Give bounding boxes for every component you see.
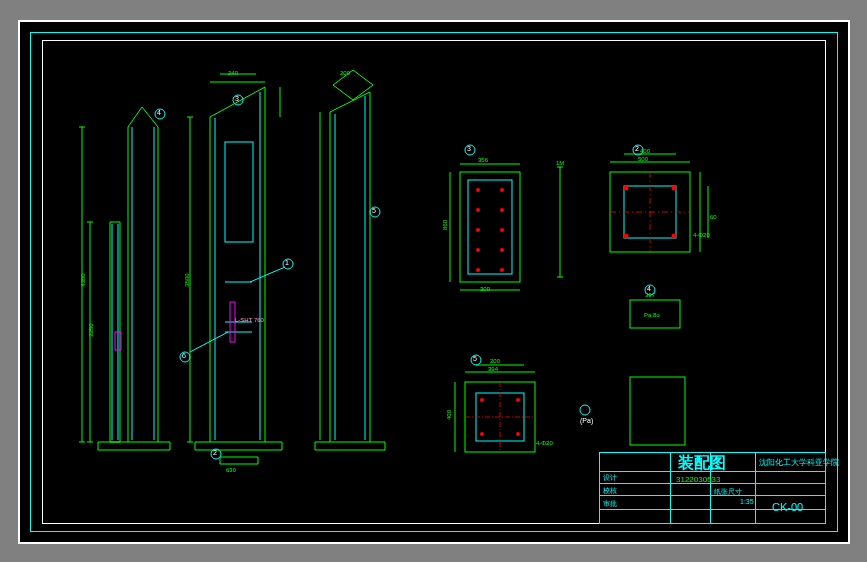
dim-p2-g: 60 <box>710 214 717 220</box>
elevation-2 <box>187 74 285 464</box>
approve-label: 审批 <box>603 499 617 509</box>
proportion-label: 纸张尺寸 <box>714 487 742 497</box>
svg-point-24 <box>516 398 520 402</box>
dim-p3-h: 860 <box>442 220 448 230</box>
dim-p2-note: 4-Φ20 <box>693 232 710 238</box>
dim-p5-note: 4-Φ20 <box>536 440 553 446</box>
dim-d-top: 200 <box>340 70 350 76</box>
detail-5-plate <box>455 365 535 452</box>
svg-point-25 <box>480 432 484 436</box>
callout-d5: 5 <box>473 355 477 362</box>
slot-label: L-SHT 760 <box>235 317 264 323</box>
callout-v5: 5 <box>372 207 376 214</box>
dim-h-main: 4300 <box>80 273 86 286</box>
svg-point-7 <box>500 208 504 212</box>
callout-v4: 4 <box>157 109 161 116</box>
dim-w-base: 630 <box>226 467 236 473</box>
svg-point-18 <box>624 234 629 239</box>
svg-rect-3 <box>468 180 512 274</box>
svg-rect-2 <box>460 172 520 282</box>
scale-bar <box>557 167 563 277</box>
dim-p5-h: 400 <box>446 410 452 420</box>
check-label: 校核 <box>603 486 617 496</box>
svg-point-38 <box>580 405 590 415</box>
svg-point-26 <box>516 432 520 436</box>
p6-tag: (Pa) <box>580 417 593 424</box>
svg-point-8 <box>476 228 480 232</box>
institution: 沈阳化工大学科亚学院 <box>759 457 839 468</box>
detail-6-plate <box>630 377 685 445</box>
svg-point-5 <box>500 188 504 192</box>
dim-p2-sp: 400 <box>640 148 650 154</box>
dim-p2-w: 500 <box>638 156 648 162</box>
callout-v6: 6 <box>182 352 186 359</box>
svg-point-4 <box>476 188 480 192</box>
dim-h-sub1: 2250 <box>88 323 94 336</box>
title-block: 装配图 沈阳化工大学科亚学院 3122030533 纸张尺寸 1:35 CK-0… <box>599 452 826 524</box>
callout-d4: 4 <box>647 285 651 292</box>
student-id: 3122030533 <box>676 475 721 484</box>
elevation-1 <box>79 107 170 450</box>
dim-p3-sp: 300 <box>480 286 490 292</box>
p4-note: Pa.8o <box>644 312 660 318</box>
cad-viewer[interactable]: 4300 2250 3500 630 240 200 356 860 300 5… <box>0 0 867 562</box>
svg-point-6 <box>476 208 480 212</box>
detail-3-plate <box>450 164 520 290</box>
svg-point-9 <box>500 228 504 232</box>
svg-point-13 <box>500 268 504 272</box>
svg-point-19 <box>672 234 677 239</box>
scale-marker: 1M <box>556 160 564 166</box>
svg-point-17 <box>672 186 677 191</box>
design-label: 设计 <box>603 473 617 483</box>
svg-point-23 <box>480 398 484 402</box>
svg-point-11 <box>500 248 504 252</box>
dim-p3-w: 356 <box>478 157 488 163</box>
dim-w-top: 240 <box>228 70 238 76</box>
drawing-title: 装配图 <box>678 453 726 474</box>
elevation-3 <box>315 70 385 450</box>
callout-v3: 3 <box>235 95 239 102</box>
svg-point-12 <box>476 268 480 272</box>
drawing-frame: 4300 2250 3500 630 240 200 356 860 300 5… <box>18 20 850 544</box>
callout-v1: 1 <box>285 259 289 266</box>
dim-p5-w: 394 <box>488 366 498 372</box>
svg-rect-1 <box>225 142 253 242</box>
dim-p4-w: 397 <box>645 292 655 298</box>
dim-p5-sp: 200 <box>490 358 500 364</box>
dim-h-sub2: 3500 <box>184 273 190 286</box>
callout-d2: 2 <box>635 145 639 152</box>
callout-d3: 3 <box>467 145 471 152</box>
svg-point-16 <box>624 186 629 191</box>
scale-value: 1:35 <box>740 498 754 505</box>
drawing-number: CK-00 <box>772 501 803 513</box>
svg-point-10 <box>476 248 480 252</box>
svg-rect-27 <box>630 377 685 445</box>
callout-v2: 2 <box>213 449 217 456</box>
